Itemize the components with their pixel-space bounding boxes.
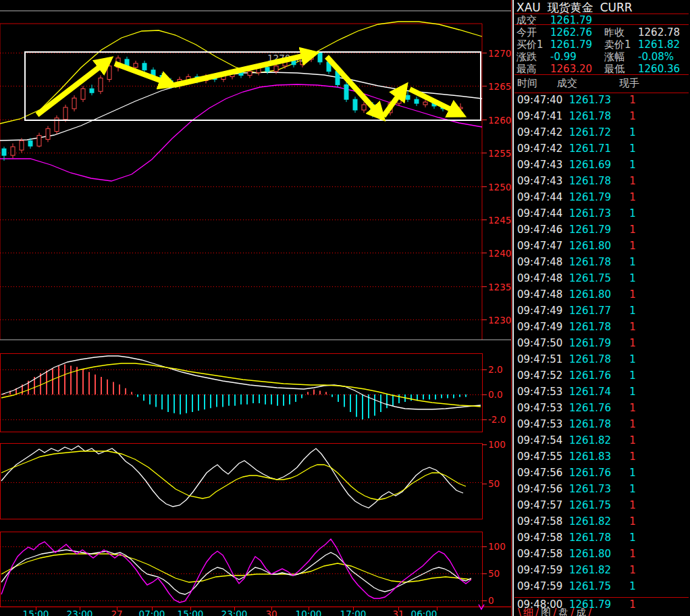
trade-row[interactable]: 09:47:591261.751 bbox=[514, 580, 689, 596]
trade-row[interactable]: 09:47:481261.751 bbox=[514, 272, 689, 288]
trade-lots: 1 bbox=[616, 224, 649, 236]
svg-text:10:00: 10:00 bbox=[296, 609, 322, 616]
trade-lots: 1 bbox=[616, 386, 649, 398]
trade-row[interactable]: 09:47:471261.801 bbox=[514, 240, 689, 256]
quote-panel: XAU现货黄金CURR 成交 1261.79 今开1262.76昨收1262.7… bbox=[514, 0, 690, 616]
svg-text:1270.0: 1270.0 bbox=[488, 48, 512, 59]
field-value: 1262.78 bbox=[638, 26, 680, 38]
trade-price: 1261.82 bbox=[569, 564, 611, 576]
trade-row[interactable]: 09:47:431261.781 bbox=[514, 175, 689, 191]
symbol-currency: CURR bbox=[600, 1, 633, 14]
trade-lots: 1 bbox=[616, 143, 649, 155]
quote-header: XAU现货黄金CURR bbox=[516, 0, 639, 14]
trade-row[interactable]: 09:47:551261.831 bbox=[514, 451, 689, 467]
field-value: -0.99 bbox=[550, 51, 577, 63]
trade-row[interactable]: 09:47:581261.801 bbox=[514, 548, 689, 564]
trade-row[interactable]: 09:47:441261.791 bbox=[514, 191, 689, 207]
field-value: -0.08% bbox=[638, 51, 674, 63]
trade-price: 1261.73 bbox=[569, 94, 611, 106]
trade-row[interactable]: 09:47:501261.791 bbox=[514, 337, 689, 353]
trade-row[interactable]: 09:47:571261.751 bbox=[514, 499, 689, 515]
trade-row[interactable]: 09:47:531261.741 bbox=[514, 386, 689, 402]
trade-row[interactable]: 09:47:461261.791 bbox=[514, 224, 689, 240]
trade-time: 09:47:58 bbox=[517, 532, 562, 544]
svg-text:23:00: 23:00 bbox=[67, 609, 93, 616]
trade-time: 09:47:43 bbox=[517, 159, 562, 171]
trade-lots: 1 bbox=[616, 353, 649, 365]
symbol-name: 现货黄金 bbox=[548, 1, 593, 14]
trade-lots: 1 bbox=[616, 515, 649, 528]
trade-price: 1261.76 bbox=[569, 369, 611, 382]
trade-row[interactable]: 09:47:541261.821 bbox=[514, 434, 689, 451]
trade-row[interactable]: 09:47:411261.781 bbox=[514, 110, 689, 126]
field-label: 卖价1 bbox=[604, 38, 631, 51]
trade-lots: 1 bbox=[616, 418, 649, 430]
trade-row[interactable]: 09:47:421261.721 bbox=[514, 126, 689, 143]
svg-text:23:00: 23:00 bbox=[221, 609, 248, 616]
quote-field: 今开1262.76 bbox=[516, 26, 537, 39]
trade-row[interactable]: 09:47:531261.781 bbox=[514, 418, 689, 434]
quote-field: 昨收1262.78 bbox=[604, 26, 625, 39]
trade-lots: 1 bbox=[616, 207, 649, 220]
quote-field: 涨跌-0.99 bbox=[516, 51, 537, 63]
tab-3[interactable]: 盘 bbox=[558, 607, 568, 616]
quote-field: 涨幅-0.08% bbox=[604, 51, 625, 63]
svg-text:1230.0: 1230.0 bbox=[488, 315, 512, 326]
svg-text:07:00: 07:00 bbox=[139, 609, 165, 616]
trade-row[interactable]: 09:47:581261.781 bbox=[514, 532, 689, 548]
trade-row[interactable]: 09:47:581261.821 bbox=[514, 515, 689, 532]
field-label: 涨跌 bbox=[516, 51, 537, 63]
trade-row[interactable]: 09:47:591261.821 bbox=[514, 564, 689, 580]
trade-lots: 1 bbox=[616, 483, 649, 495]
trade-time: 09:47:52 bbox=[517, 369, 562, 382]
trade-row[interactable]: 09:47:401261.731 bbox=[514, 94, 689, 110]
tab-1[interactable]: 细 bbox=[523, 607, 533, 616]
trade-row[interactable]: 09:47:481261.781 bbox=[514, 256, 689, 272]
trade-time: 09:47:58 bbox=[517, 548, 562, 560]
svg-text:0.0: 0.0 bbox=[488, 389, 502, 400]
trade-lots: 1 bbox=[616, 272, 649, 284]
trade-time: 09:47:41 bbox=[517, 110, 562, 122]
trade-lots: 1 bbox=[616, 288, 649, 301]
symbol-code: XAU bbox=[516, 1, 541, 14]
trade-time: 09:47:53 bbox=[517, 386, 562, 398]
trade-row[interactable]: 09:47:561261.731 bbox=[514, 483, 689, 499]
svg-text:30: 30 bbox=[265, 609, 277, 616]
field-value: 1260.36 bbox=[638, 63, 680, 75]
field-label: 涨幅 bbox=[604, 51, 625, 63]
panel-divider-white[interactable] bbox=[512, 0, 514, 616]
trade-row[interactable]: 09:47:521261.761 bbox=[514, 369, 689, 386]
svg-text:27: 27 bbox=[111, 609, 122, 616]
trade-lots: 1 bbox=[616, 434, 649, 446]
trade-row[interactable]: 09:47:441261.731 bbox=[514, 207, 689, 224]
trade-row[interactable]: 09:47:491261.771 bbox=[514, 305, 689, 321]
field-value: 1261.82 bbox=[638, 38, 680, 51]
trade-lots: 1 bbox=[616, 337, 649, 349]
trade-price: 1261.78 bbox=[569, 321, 611, 333]
trade-time: 09:47:53 bbox=[517, 402, 562, 414]
trade-lots: 1 bbox=[616, 159, 649, 171]
trade-time: 09:47:57 bbox=[517, 499, 562, 511]
trade-row[interactable]: 09:47:511261.781 bbox=[514, 353, 689, 369]
field-label: 最低 bbox=[604, 63, 625, 75]
trade-price: 1261.73 bbox=[569, 483, 611, 495]
field-label: 最高 bbox=[516, 63, 537, 75]
trade-time: 09:47:53 bbox=[517, 418, 562, 430]
trade-price: 1261.79 bbox=[569, 224, 611, 236]
trade-row[interactable]: 09:47:561261.761 bbox=[514, 467, 689, 483]
tab-2[interactable]: 图 bbox=[541, 607, 551, 616]
trade-row[interactable]: 09:47:531261.761 bbox=[514, 402, 689, 418]
trade-price: 1261.83 bbox=[569, 451, 611, 463]
quote-tabs: \细/图/盘/成/ bbox=[516, 607, 689, 616]
chart-area[interactable]: 1270.01265.01260.01255.01250.01245.01240… bbox=[0, 0, 512, 616]
trade-row[interactable]: 09:47:421261.711 bbox=[514, 143, 689, 159]
tab-4[interactable]: 成 bbox=[576, 607, 586, 616]
trade-row[interactable]: 09:47:431261.691 bbox=[514, 159, 689, 175]
trade-row[interactable]: 09:47:481261.801 bbox=[514, 288, 689, 305]
trade-row[interactable]: 09:47:491261.781 bbox=[514, 321, 689, 337]
svg-text:1260.0: 1260.0 bbox=[488, 115, 512, 126]
trade-price: 1261.76 bbox=[569, 402, 611, 414]
trade-lots: 1 bbox=[616, 369, 649, 382]
svg-text:100: 100 bbox=[488, 541, 506, 552]
field-label: 昨收 bbox=[604, 26, 625, 38]
